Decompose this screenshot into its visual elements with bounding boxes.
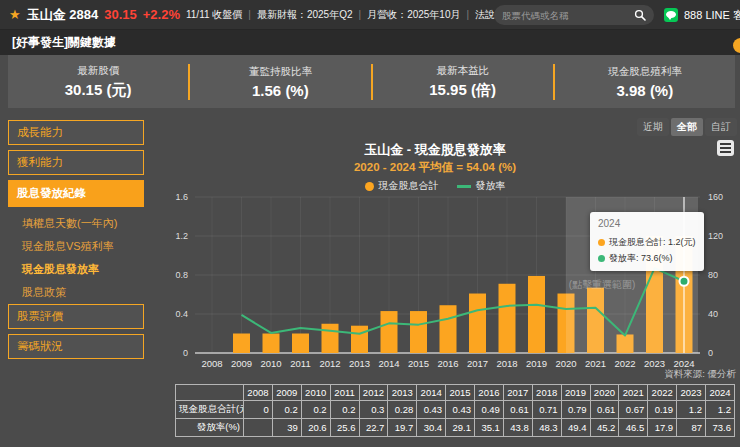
table-value-cell: 0.3	[359, 401, 388, 419]
chart-bar-2019[interactable]	[528, 276, 545, 353]
legend-item: 現金股息合計	[365, 179, 439, 193]
x-axis-label: 2021	[585, 358, 606, 369]
tooltip-text: 現金股息合計: 1.2(元)	[609, 236, 696, 249]
sidebar-item-payout-ratio[interactable]: 現金股息發放率	[8, 258, 160, 281]
table-value-cell: 87	[677, 419, 706, 437]
stat-pe-ratio: 最新本益比15.95 (倍)	[373, 64, 553, 100]
legend-item: 發放率	[457, 179, 506, 193]
table-value-cell: 1.2	[677, 401, 706, 419]
tooltip-item: 發放率: 73.6(%)	[598, 252, 696, 265]
stock-price: 30.15	[104, 7, 137, 22]
chart-subtitle: 2020 - 2024 平均值 = 54.04 (%)	[160, 160, 710, 175]
separator: |	[467, 9, 470, 20]
table-year-header: 2022	[648, 385, 677, 401]
chart-bar-2011[interactable]	[292, 334, 309, 354]
chart-bar-2016[interactable]	[440, 305, 457, 353]
left-axis-tick: 0	[183, 348, 188, 358]
table-value-cell: 0.61	[590, 401, 619, 419]
legend-line-icon	[457, 185, 471, 188]
table-row: 發放率(%)3920.625.622.719.730.429.135.143.8…	[176, 419, 735, 437]
stock-name: 玉山金 2884	[27, 6, 99, 24]
table-year-header: 2009	[272, 385, 301, 401]
table-value-cell: 0.71	[532, 401, 561, 419]
sidebar-item-valuation[interactable]: 股票評價	[8, 304, 144, 329]
range-button-recent[interactable]: 近期	[637, 118, 669, 136]
table-value-cell: 17.9	[648, 419, 677, 437]
right-axis-tick: 40	[708, 309, 718, 319]
table-year-header: 2019	[561, 385, 590, 401]
sidebar-item-dividend-policy[interactable]: 股息政策	[8, 281, 160, 304]
line-customer-service[interactable]: 888 LINE 客服	[664, 0, 740, 30]
table-year-header: 2023	[677, 385, 706, 401]
separator: |	[359, 9, 362, 20]
sidebar-item-profit[interactable]: 獲利能力	[8, 150, 144, 175]
left-axis-tick: 0.4	[175, 309, 188, 319]
table-value-cell: 0.61	[503, 401, 532, 419]
table-year-header: 2008	[244, 385, 273, 401]
table-year-header: 2017	[503, 385, 532, 401]
table-row-label: 現金股息合計(元)	[176, 401, 244, 419]
table-value-cell: 0.43	[417, 401, 446, 419]
x-axis-label: 2010	[260, 358, 281, 369]
x-axis-label: 2009	[231, 358, 252, 369]
search-input[interactable]	[502, 10, 634, 21]
table-row-label: 發放率(%)	[176, 419, 244, 437]
table-value-cell: 30.4	[417, 419, 446, 437]
chart-bar-2018[interactable]	[499, 284, 516, 353]
search-icon[interactable]	[634, 9, 646, 21]
x-axis-label: 2019	[526, 358, 547, 369]
table-value-cell: 0	[244, 401, 273, 419]
x-axis-label: 2013	[349, 358, 370, 369]
x-axis-label: 2022	[614, 358, 635, 369]
chart-bar-2015[interactable]	[410, 311, 427, 353]
table-year-header: 2013	[388, 385, 417, 401]
table-value-cell: 48.3	[532, 419, 561, 437]
selection-hint-text: (點擊重選範圍)	[569, 279, 636, 290]
range-button-custom[interactable]: 自訂	[705, 118, 737, 136]
sidebar-item-fill-days[interactable]: 填權息天數(一年內)	[8, 212, 160, 235]
chart-bar-2013[interactable]	[351, 326, 368, 353]
stat-label: 現金股息殖利率	[555, 65, 735, 79]
sidebar-item-chips[interactable]: 籌碼狀況	[8, 334, 144, 359]
stat-label: 董監持股比率	[190, 65, 370, 79]
table-value-cell: 1.2	[706, 401, 735, 419]
sidebar-item-growth[interactable]: 成長能力	[8, 120, 144, 145]
table-value-cell: 43.8	[503, 419, 532, 437]
chart-panel: 近期全部自訂 玉山金 - 現金股息發放率 2020 - 2024 平均值 = 5…	[160, 108, 740, 447]
sidebar-item-dividend-record[interactable]: 股息發放紀錄	[8, 180, 144, 207]
stat-director-holding-ratio: 董監持股比率1.56 (%)	[190, 65, 370, 99]
table-row: 現金股息合計(元)00.20.20.20.30.280.430.430.490.…	[176, 401, 735, 419]
dividend-data-table: 2008200920102011201220132014201520162017…	[175, 384, 735, 437]
range-button-all[interactable]: 全部	[671, 118, 703, 136]
stat-label: 最新本益比	[373, 64, 553, 78]
line-app-icon	[664, 8, 678, 22]
sidebar-item-cash-vs-yield[interactable]: 現金股息VS殖利率	[8, 235, 160, 258]
tooltip-item: 現金股息合計: 1.2(元)	[598, 236, 696, 249]
left-axis-tick: 1.6	[175, 192, 188, 202]
x-axis-label: 2020	[555, 358, 576, 369]
stock-search[interactable]	[494, 5, 654, 25]
table-year-header: 2015	[446, 385, 475, 401]
table-value-cell: 73.6	[706, 419, 735, 437]
section-header: [好事發生]關鍵數據	[0, 30, 740, 55]
chart-bar-2014[interactable]	[381, 311, 398, 353]
range-button-group: 近期全部自訂	[637, 118, 737, 136]
table-year-header: 2011	[330, 385, 359, 401]
table-value-cell	[244, 419, 273, 437]
chart-bar-2017[interactable]	[469, 294, 486, 353]
stat-value: 30.15 (元)	[8, 81, 188, 100]
chart-bar-2010[interactable]	[263, 334, 280, 354]
favorite-star-icon[interactable]: ★	[9, 8, 21, 21]
table-value-cell: 25.6	[330, 419, 359, 437]
table-value-cell: 49.4	[561, 419, 590, 437]
stock-change-pct: +2.2%	[143, 7, 180, 22]
chart-menu-icon[interactable]	[717, 140, 734, 156]
table-value-cell: 0.2	[301, 401, 330, 419]
table-value-cell: 29.1	[446, 419, 475, 437]
table-value-cell: 22.7	[359, 419, 388, 437]
right-axis-tick: 160	[708, 192, 723, 202]
table-value-cell: 0.79	[561, 401, 590, 419]
chart-bar-2012[interactable]	[322, 324, 339, 353]
chart-bar-2009[interactable]	[233, 334, 250, 354]
hovered-point-marker	[680, 277, 689, 286]
